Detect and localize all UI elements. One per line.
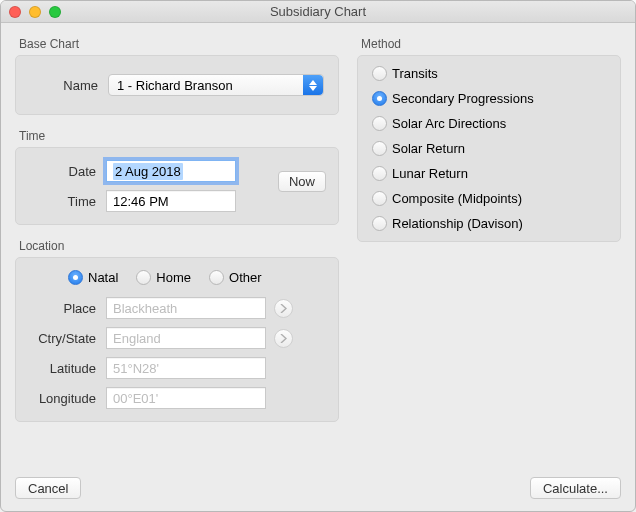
chevron-right-icon (280, 334, 287, 343)
method-group: TransitsSecondary ProgressionsSolar Arc … (357, 55, 621, 242)
method-radio-label: Transits (392, 66, 438, 81)
ctry-label: Ctry/State (28, 331, 106, 346)
lon-label: Longitude (28, 391, 106, 406)
method-radio-solar-arc-directions[interactable]: Solar Arc Directions (372, 116, 608, 131)
now-button[interactable]: Now (278, 171, 326, 192)
base-chart-group: Name 1 - Richard Branson (15, 55, 339, 115)
time-label: Time (28, 194, 106, 209)
method-radio-composite-midpoints[interactable]: Composite (Midpoints) (372, 191, 608, 206)
name-label: Name (30, 78, 108, 93)
lat-field[interactable]: 51°N28' (106, 357, 266, 379)
select-stepper-icon (303, 75, 323, 95)
date-label: Date (28, 164, 106, 179)
location-group: Natal Home Other Place (15, 257, 339, 422)
method-radio-transits[interactable]: Transits (372, 66, 608, 81)
method-radio-secondary-progressions[interactable]: Secondary Progressions (372, 91, 608, 106)
location-legend: Location (19, 239, 339, 253)
radio-icon (136, 270, 151, 285)
time-field[interactable]: 12:46 PM (106, 190, 236, 212)
location-radio-other[interactable]: Other (209, 270, 262, 285)
radio-icon (68, 270, 83, 285)
radio-icon (209, 270, 224, 285)
name-select[interactable]: 1 - Richard Branson (108, 74, 324, 96)
time-legend: Time (19, 129, 339, 143)
method-radio-label: Solar Return (392, 141, 465, 156)
method-radio-label: Secondary Progressions (392, 91, 534, 106)
lon-field[interactable]: 00°E01' (106, 387, 266, 409)
radio-icon (372, 191, 387, 206)
cancel-button[interactable]: Cancel (15, 477, 81, 499)
location-radio-home[interactable]: Home (136, 270, 191, 285)
time-group: Date 2 Aug 2018 Time 12:46 PM (15, 147, 339, 225)
content: Base Chart Name 1 - Richard Branson (1, 23, 635, 511)
window-title: Subsidiary Chart (1, 4, 635, 19)
location-radio-natal[interactable]: Natal (68, 270, 118, 285)
minimize-icon[interactable] (29, 6, 41, 18)
place-field[interactable]: Blackheath (106, 297, 266, 319)
method-radio-lunar-return[interactable]: Lunar Return (372, 166, 608, 181)
method-radio-label: Relationship (Davison) (392, 216, 523, 231)
method-legend: Method (361, 37, 621, 51)
radio-icon (372, 166, 387, 181)
name-select-value: 1 - Richard Branson (117, 78, 233, 93)
method-radio-label: Solar Arc Directions (392, 116, 506, 131)
method-radio-label: Composite (Midpoints) (392, 191, 522, 206)
radio-icon (372, 141, 387, 156)
place-label: Place (28, 301, 106, 316)
base-chart-legend: Base Chart (19, 37, 339, 51)
method-radio-solar-return[interactable]: Solar Return (372, 141, 608, 156)
place-lookup-button[interactable] (274, 299, 293, 318)
calculate-button[interactable]: Calculate... (530, 477, 621, 499)
lat-label: Latitude (28, 361, 106, 376)
window-controls (1, 6, 61, 18)
zoom-icon[interactable] (49, 6, 61, 18)
time-value: 12:46 PM (113, 194, 169, 209)
radio-icon (372, 216, 387, 231)
titlebar: Subsidiary Chart (1, 1, 635, 23)
radio-icon (372, 66, 387, 81)
radio-icon (372, 91, 387, 106)
ctry-field[interactable]: England (106, 327, 266, 349)
method-radio-label: Lunar Return (392, 166, 468, 181)
ctry-lookup-button[interactable] (274, 329, 293, 348)
chevron-right-icon (280, 304, 287, 313)
method-radio-relationship-davison[interactable]: Relationship (Davison) (372, 216, 608, 231)
window: Subsidiary Chart Base Chart Name 1 - Ric… (0, 0, 636, 512)
close-icon[interactable] (9, 6, 21, 18)
radio-icon (372, 116, 387, 131)
date-value: 2 Aug 2018 (113, 163, 183, 180)
footer: Cancel Calculate... (15, 473, 621, 499)
date-field[interactable]: 2 Aug 2018 (106, 160, 236, 182)
